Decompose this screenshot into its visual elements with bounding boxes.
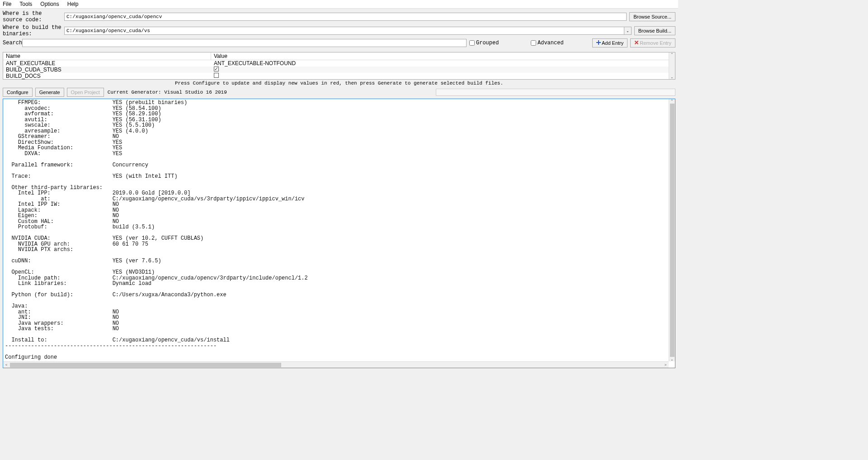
checkbox-icon[interactable] bbox=[214, 73, 219, 78]
menu-file[interactable]: File bbox=[3, 1, 11, 7]
output-log: FFMPEG: YES (prebuilt binaries) avcodec:… bbox=[3, 99, 675, 368]
source-label: Where is the source code: bbox=[3, 10, 61, 23]
column-name[interactable]: Name bbox=[3, 52, 211, 60]
menu-tools[interactable]: Tools bbox=[19, 1, 32, 7]
table-row[interactable]: ANT_EXECUTABLEANT_EXECUTABLE-NOTFOUND bbox=[3, 60, 675, 66]
advanced-checkbox[interactable]: Advanced bbox=[531, 40, 590, 46]
configure-button[interactable]: Configure bbox=[3, 88, 33, 97]
top-form: Where is the source code: Browse Source.… bbox=[0, 9, 678, 51]
output-text[interactable]: FFMPEG: YES (prebuilt binaries) avcodec:… bbox=[3, 99, 675, 361]
add-entry-button[interactable]: Add Entry bbox=[592, 38, 627, 47]
search-input[interactable] bbox=[22, 39, 467, 47]
open-project-button: Open Project bbox=[67, 88, 104, 97]
table-row[interactable]: BUILD_DOCS bbox=[3, 73, 675, 79]
output-hscroll[interactable]: <> bbox=[3, 361, 669, 368]
current-generator-label: Current Generator: Visual Studio 16 2019 bbox=[108, 90, 227, 95]
browse-source-button[interactable]: Browse Source... bbox=[629, 12, 675, 21]
x-icon bbox=[634, 40, 639, 45]
table-scrollbar[interactable]: ⌃⌄ bbox=[669, 52, 675, 79]
table-row[interactable]: BUILD_CUDA_STUBS bbox=[3, 66, 675, 73]
plus-icon bbox=[596, 40, 601, 45]
config-table: Name Value ANT_EXECUTABLEANT_EXECUTABLE-… bbox=[3, 52, 675, 80]
browse-build-button[interactable]: Browse Build... bbox=[634, 26, 675, 35]
grouped-checkbox[interactable]: Grouped bbox=[469, 40, 528, 46]
cell-name: BUILD_CUDA_STUBS bbox=[3, 66, 211, 73]
build-label: Where to build the binaries: bbox=[3, 24, 61, 37]
cell-value[interactable] bbox=[211, 73, 675, 79]
output-vscroll[interactable]: ⌃⌄ bbox=[669, 99, 675, 361]
menubar: File Tools Options Help bbox=[0, 0, 678, 9]
menu-options[interactable]: Options bbox=[40, 1, 59, 7]
cell-name: ANT_EXECUTABLE bbox=[3, 60, 211, 66]
menu-help[interactable]: Help bbox=[67, 1, 79, 7]
column-value[interactable]: Value bbox=[211, 52, 675, 60]
generate-button[interactable]: Generate bbox=[35, 88, 64, 97]
cell-value[interactable]: ANT_EXECUTABLE-NOTFOUND bbox=[211, 60, 675, 66]
source-input[interactable] bbox=[64, 13, 627, 21]
build-dropdown-arrow[interactable]: ⌄ bbox=[624, 27, 632, 35]
build-input[interactable] bbox=[64, 27, 624, 35]
remove-entry-button: Remove Entry bbox=[630, 38, 675, 47]
progress-bar bbox=[436, 89, 675, 96]
hint-text: Press Configure to update and display ne… bbox=[0, 80, 678, 87]
action-bar: Configure Generate Open Project Current … bbox=[0, 87, 678, 99]
cell-name: BUILD_DOCS bbox=[3, 73, 211, 79]
checkbox-icon[interactable] bbox=[214, 66, 219, 71]
search-label: Search: bbox=[3, 40, 19, 46]
cell-value[interactable] bbox=[211, 66, 675, 73]
